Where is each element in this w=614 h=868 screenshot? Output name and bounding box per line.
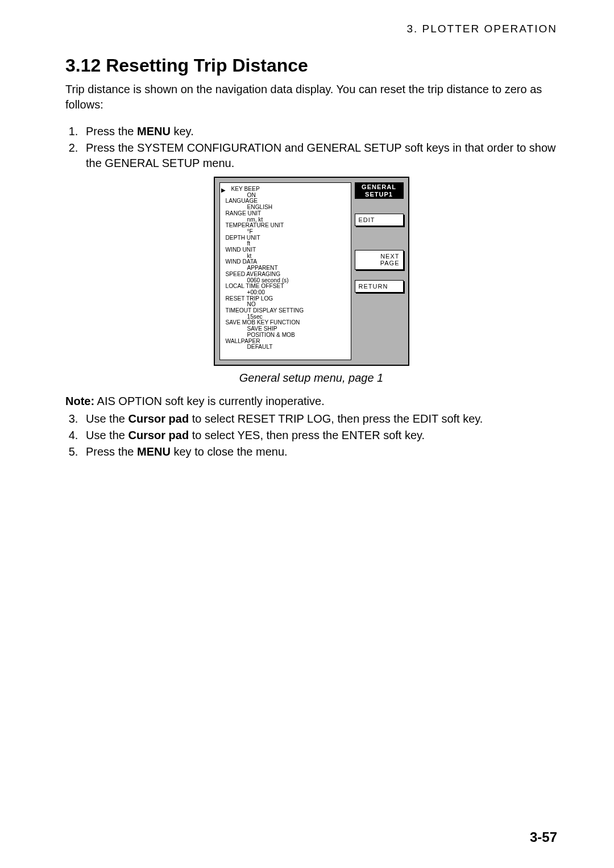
menu-label: WIND DATA <box>226 259 347 265</box>
text: GENERAL <box>362 183 396 190</box>
bold: MENU <box>137 445 171 458</box>
softkey-edit[interactable]: EDIT <box>355 214 404 226</box>
menu-label: RANGE UNIT <box>226 211 347 217</box>
note: Note: AIS OPTION soft key is currently i… <box>65 394 557 409</box>
cursor-icon: ▶ <box>221 187 226 194</box>
softkey-column: GENERAL SETUP1 EDIT NEXT PAGE RETURN <box>355 182 404 293</box>
text: to select RESET TRIP LOG, then press the… <box>189 412 483 425</box>
text: key. <box>171 125 194 137</box>
text: Press the <box>86 125 137 137</box>
note-text: AIS OPTION soft key is currently inopera… <box>94 395 325 407</box>
bold: Cursor pad <box>128 429 189 441</box>
menu-label: TIMEOUT DISPLAY SETTING <box>226 308 347 314</box>
menu-label: DEPTH UNIT <box>226 235 347 241</box>
running-header: 3. PLOTTER OPERATION <box>65 23 557 35</box>
text: Press the <box>86 445 137 458</box>
menu-label: WALLPAPER <box>226 339 347 345</box>
menu-label: LOCAL TIME OFFSET <box>226 283 347 290</box>
device-screen: ▶ KEY BEEP ON LANGUAGE ENGLISH RANGE UNI… <box>214 177 409 366</box>
step-5: Press the MENU key to close the menu. <box>81 444 557 460</box>
bold: Cursor pad <box>128 412 189 425</box>
intro-paragraph: Trip distance is shown on the navigation… <box>65 82 557 112</box>
text: PAGE <box>380 260 400 266</box>
text: Use the <box>86 429 128 441</box>
step-4: Use the Cursor pad to select YES, then p… <box>81 428 557 443</box>
menu-label: TEMPERATURE UNIT <box>226 223 347 229</box>
step-1: Press the MENU key. <box>81 124 557 139</box>
text: Use the <box>86 412 128 425</box>
text: SETUP1 <box>365 191 393 198</box>
menu-label: WIND UNIT <box>226 247 347 253</box>
steps-list-bottom: Use the Cursor pad to select RESET TRIP … <box>65 411 557 460</box>
document-page: 3. PLOTTER OPERATION 3.12 Resetting Trip… <box>0 0 614 868</box>
menu-value: POSITION & MOB <box>226 332 347 339</box>
menu-value: DEFAULT <box>226 344 347 350</box>
menu-label: KEY BEEP <box>226 186 347 193</box>
steps-list-top: Press the MENU key. Press the SYSTEM CON… <box>65 124 557 171</box>
text: key to close the menu. <box>171 445 288 458</box>
text: to select YES, then press the ENTER soft… <box>189 429 425 441</box>
bold: MENU <box>137 125 171 137</box>
figure-caption: General setup menu, page 1 <box>65 372 557 385</box>
menu-panel: ▶ KEY BEEP ON LANGUAGE ENGLISH RANGE UNI… <box>219 182 351 360</box>
step-3: Use the Cursor pad to select RESET TRIP … <box>81 411 557 427</box>
menu-label: LANGUAGE <box>226 198 347 205</box>
menu-label: SPEED AVERAGING <box>226 272 347 278</box>
menu-label: SAVE MOB KEY FUNCTION <box>226 320 347 326</box>
softkey-next-page[interactable]: NEXT PAGE <box>355 250 404 269</box>
softkey-title: GENERAL SETUP1 <box>355 182 404 199</box>
note-bold: Note: <box>65 395 94 407</box>
text: NEXT <box>380 253 399 260</box>
step-2: Press the SYSTEM CONFIGURATION and GENER… <box>81 140 557 171</box>
softkey-return[interactable]: RETURN <box>355 280 404 293</box>
page-number: 3-57 <box>530 829 557 845</box>
figure: ▶ KEY BEEP ON LANGUAGE ENGLISH RANGE UNI… <box>65 177 557 366</box>
menu-label: RESET TRIP LOG <box>226 296 347 302</box>
section-heading: 3.12 Resetting Trip Distance <box>65 55 557 76</box>
